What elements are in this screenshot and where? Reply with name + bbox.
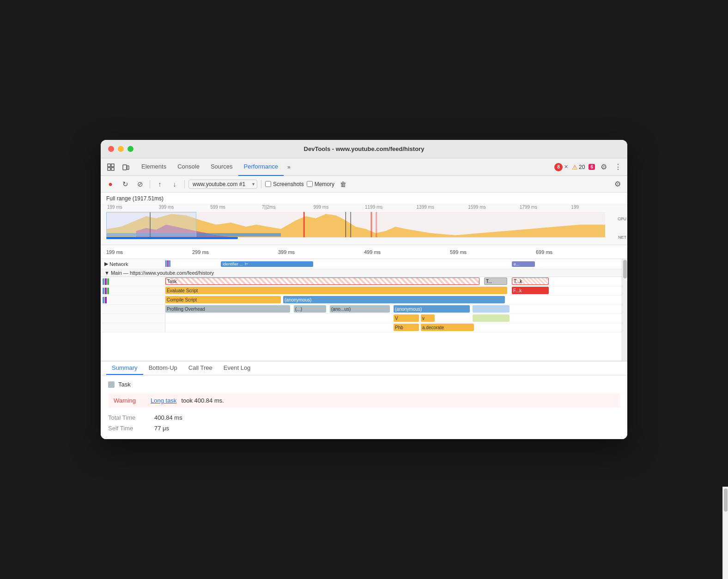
anon2-block: (anonymous) xyxy=(394,305,470,313)
network-bar-1-label: identifier ... xyxy=(223,262,243,266)
device-toggle-btn[interactable] xyxy=(119,161,132,174)
flame-row-v: V v xyxy=(101,314,627,323)
ruler-tick-4: 999 ms xyxy=(312,205,364,210)
flame-indent-phb xyxy=(101,323,165,332)
decorate-label: a.decorate xyxy=(422,325,444,330)
total-time-label: Total Time xyxy=(108,414,145,421)
tab-more-btn[interactable]: » xyxy=(284,164,294,170)
tab-bottom-up[interactable]: Bottom-Up xyxy=(143,362,183,375)
network-bar-2: e... xyxy=(512,261,535,267)
devtools-panel: Elements Console Sources Performance » 8… xyxy=(101,158,627,439)
toolbar-divider-2 xyxy=(184,180,185,188)
profiling-dots-block: (...) xyxy=(294,305,326,313)
tab-sources[interactable]: Sources xyxy=(205,158,238,176)
toolbar: ● ↻ ⊘ ↑ ↓ www.youtube.com #1 ▾ Screensho… xyxy=(101,176,627,193)
task-block[interactable]: Task xyxy=(165,277,479,285)
svg-rect-8 xyxy=(370,212,372,237)
flame-area: ▶ Network identifier ... ⊢ xyxy=(101,259,627,361)
tab-right-actions: 8 ✕ ⚠ 20 6 ⚙ ⋮ xyxy=(554,162,624,172)
scrollbar-thumb-1[interactable] xyxy=(623,260,627,278)
timeline-ruler: 199 ms 399 ms 599 ms 7||2ms 999 ms 1199 … xyxy=(106,205,622,210)
zoom-tick-1: 299 ms xyxy=(192,249,278,255)
maximize-button[interactable] xyxy=(127,146,133,152)
tab-performance[interactable]: Performance xyxy=(238,158,284,176)
evaluate-block[interactable]: Evaluate Script xyxy=(165,287,507,294)
url-selector[interactable]: www.youtube.com #1 xyxy=(188,180,257,189)
net-label: NET xyxy=(618,235,626,240)
upload-btn[interactable]: ↑ xyxy=(154,178,166,190)
toolbar-divider-3 xyxy=(261,180,261,188)
main-content: Full range (1917.51ms) 199 ms 399 ms 599… xyxy=(101,193,627,439)
cursor-icon-btn[interactable] xyxy=(104,161,117,174)
settings-icon-btn[interactable]: ⚙ xyxy=(599,162,609,172)
svg-rect-9 xyxy=(376,212,377,237)
anous-block: (ano...us) xyxy=(330,305,390,313)
svg-rect-7 xyxy=(303,212,305,237)
issues-group: 6 xyxy=(588,164,595,170)
tab-bar: Elements Console Sources Performance » 8… xyxy=(101,158,627,176)
tab-console[interactable]: Console xyxy=(172,158,205,176)
network-expand-icon: ▶ xyxy=(104,261,108,267)
close-button[interactable] xyxy=(108,146,114,152)
devtools-window: DevTools - www.youtube.com/feed/history xyxy=(101,140,627,439)
flame-track-phb: Phb a.decorate xyxy=(165,323,627,332)
flame-indent-compile xyxy=(101,296,165,304)
task-block-2: T... xyxy=(484,277,507,285)
reload-btn[interactable]: ↻ xyxy=(119,178,131,190)
network-bar-2-label: e... xyxy=(514,262,520,266)
svg-rect-0 xyxy=(108,164,110,167)
capture-settings-btn[interactable]: ⚙ xyxy=(612,178,624,190)
tab-elements[interactable]: Elements xyxy=(136,158,172,176)
zoom-timeline: 199 ms 299 ms 399 ms 499 ms 599 ms 699 m… xyxy=(101,245,627,259)
toolbar-divider-1 xyxy=(150,180,150,188)
memory-checkbox-group[interactable]: Memory xyxy=(307,181,334,187)
screenshots-checkbox[interactable] xyxy=(265,181,271,187)
record-btn[interactable]: ● xyxy=(104,178,116,190)
url-selector-wrapper: www.youtube.com #1 ▾ xyxy=(188,180,257,189)
anon2-label: (anonymous) xyxy=(395,307,422,312)
anon3-block xyxy=(473,305,510,313)
error-badge: 8 xyxy=(554,163,563,171)
flame-indent-evaluate xyxy=(101,286,165,295)
tab-call-tree[interactable]: Call Tree xyxy=(183,362,218,375)
timeline-overview[interactable]: 199 ms 399 ms 599 ms 7||2ms 999 ms 1199 … xyxy=(101,204,627,245)
profiling-label: Profiling Overhead xyxy=(167,307,205,312)
network-left-indicators xyxy=(165,260,170,267)
clear-btn[interactable]: ⊘ xyxy=(134,178,146,190)
tab-event-log[interactable]: Event Log xyxy=(218,362,256,375)
vertical-scrollbar[interactable] xyxy=(622,259,627,361)
tab-summary[interactable]: Summary xyxy=(106,362,143,375)
ruler-tick-5: 1199 ms xyxy=(364,205,416,210)
minimize-button[interactable] xyxy=(118,146,124,152)
warning-row: Warning Long task took 400.84 ms. xyxy=(108,393,620,408)
download-btn[interactable]: ↓ xyxy=(169,178,181,190)
task-t-label: T... xyxy=(486,279,492,284)
screenshots-checkbox-group[interactable]: Screenshots xyxy=(265,181,304,187)
flame-row-phb: Phb a.decorate xyxy=(101,323,627,332)
ruler-tick-6: 1399 ms xyxy=(416,205,467,210)
summary-task-header: Task xyxy=(108,381,620,388)
compile-block[interactable]: Compile Script xyxy=(165,296,281,303)
memory-extra-btn[interactable]: 🗑 xyxy=(337,178,349,190)
memory-checkbox[interactable] xyxy=(307,181,313,187)
long-task-link[interactable]: Long task xyxy=(151,397,176,404)
warning-group: ⚠ 20 xyxy=(572,163,585,171)
zoom-tick-3: 499 ms xyxy=(364,249,450,255)
flame-track-v: V v xyxy=(165,314,627,323)
anonymous-block[interactable]: (anonymous) xyxy=(283,296,505,303)
decorate-block: a.decorate xyxy=(421,324,474,331)
evaluate-fk-block: F...k xyxy=(512,287,549,294)
flame-track-task: Task T... T...k xyxy=(165,277,627,286)
tab-icon-group xyxy=(104,161,132,174)
network-track-label[interactable]: ▶ Network xyxy=(101,259,165,269)
warning-label: Warning xyxy=(114,397,146,404)
warning-count: 20 xyxy=(579,164,585,170)
v2-block: v xyxy=(421,314,435,322)
main-section-title: ▼ Main — https://www.youtube.com/feed/hi… xyxy=(104,270,214,276)
profiling-block[interactable]: Profiling Overhead xyxy=(165,305,290,313)
ruler-tick-2: 599 ms xyxy=(209,205,261,210)
more-menu-btn[interactable]: ⋮ xyxy=(613,162,624,172)
ruler-tick-0: 199 ms xyxy=(106,205,158,210)
v-label: V xyxy=(395,316,398,321)
bottom-tab-bar: Summary Bottom-Up Call Tree Event Log xyxy=(101,362,627,375)
